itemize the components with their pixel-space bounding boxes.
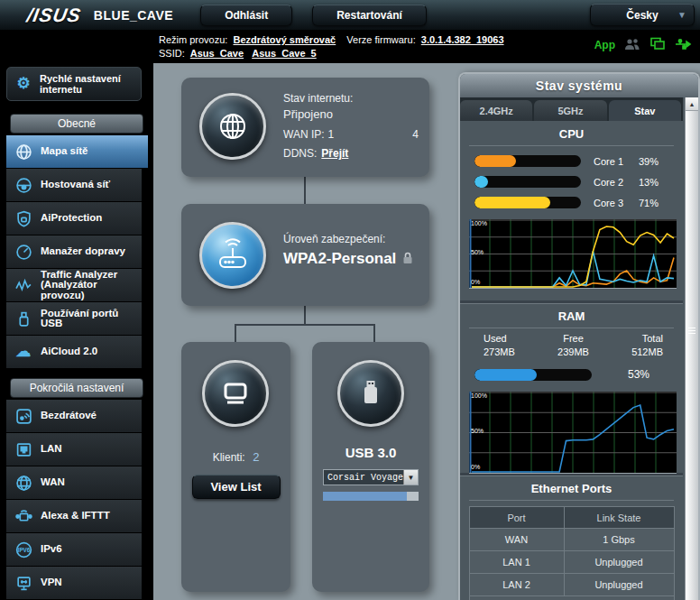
chevron-down-icon: ▼ [677, 10, 686, 20]
globe-icon [14, 473, 33, 493]
router-icon [213, 235, 253, 275]
sidebar-item-usb-application[interactable]: Používání portů USB [6, 302, 142, 336]
sidebar-item-label: Alexa & IFTTT [41, 511, 110, 522]
usb-usage-bar [323, 492, 419, 501]
clients-icon[interactable] [624, 38, 640, 52]
sidebar-item-aicloud[interactable]: ☁ AiCloud 2.0 [6, 336, 142, 369]
cpu-usage-graph: 100% 50% 0% [469, 219, 677, 290]
language-select[interactable]: Česky ▼ [590, 4, 695, 26]
usb-icon[interactable] [675, 38, 693, 52]
usb-device-select[interactable]: Corsair Voyage ▼ [323, 469, 419, 485]
panel-scrollbar[interactable]: ▲ [685, 97, 698, 600]
ram-percent: 53% [628, 368, 649, 381]
operation-mode-line: Režim provozu: Bezdrátový směrovač Verze… [159, 33, 507, 47]
core1-bar-fill [474, 155, 516, 167]
wireless-broadcast-icon [14, 406, 33, 426]
tab-5ghz[interactable]: 5GHz [534, 100, 606, 121]
sidebar-item-label: AiCloud 2.0 [41, 346, 97, 357]
usb-button[interactable] [337, 360, 404, 427]
ram-total-label: Total [603, 332, 663, 346]
ssid-5-link[interactable]: Asus_Cave_5 [252, 48, 317, 59]
security-level-card: Úroveň zabezpečení: WPA2-Personal [181, 204, 429, 306]
ram-usage-graph: 100% 50% 0% [469, 392, 677, 462]
security-level-label: Úroveň zabezpečení: [283, 233, 413, 245]
scrollbar-up-arrow[interactable]: ▲ [686, 97, 698, 111]
wan-ip-suffix: 4 [412, 128, 419, 141]
ssid-line: SSID: Asus_Cave Asus_Cave_5 [159, 47, 507, 60]
sidebar-item-label: VPN [41, 577, 62, 588]
sidebar-item-aiprotection[interactable]: AiProtection [6, 202, 142, 235]
logout-button[interactable]: Odhlásit [200, 5, 292, 26]
view-list-button[interactable]: View List [192, 475, 281, 499]
ram-used-label: Used [484, 332, 543, 346]
internet-globe-button[interactable] [199, 93, 266, 160]
ram-usage-row: 53% [474, 368, 683, 381]
sidebar-item-lan[interactable]: LAN [6, 433, 142, 466]
internet-status-card: Stav internetu: Připojeno WAN IP: 1 4 DD… [181, 78, 429, 177]
network-devices-icon[interactable] [649, 37, 666, 52]
shield-icon [14, 208, 33, 228]
sidebar-item-guest-network[interactable]: Hostovaná síť [6, 169, 142, 202]
core2-percent: 13% [639, 177, 659, 188]
ssid-24-link[interactable]: Asus_Cave [190, 48, 244, 59]
sidebar-item-vpn[interactable]: VPN [6, 567, 142, 600]
system-status-tabs: 2.4GHz 5GHz Stav [460, 97, 683, 121]
sidebar-item-wan[interactable]: WAN [6, 466, 142, 500]
mode-link[interactable]: Bezdrátový směrovač [233, 34, 336, 45]
clients-button[interactable] [202, 360, 269, 427]
cpu-core2-row: Core 2 13% [474, 176, 683, 188]
ram-used-value: 273MB [484, 346, 543, 359]
ssid-label: SSID: [159, 48, 185, 59]
firmware-label: Verze firmwaru: [346, 34, 415, 45]
ethernet-section-title: Ethernet Ports [460, 475, 683, 500]
sidebar-item-wireless[interactable]: Bezdrátové [6, 400, 142, 433]
asus-logo: /ISUS [25, 5, 83, 26]
ram-free-label: Free [543, 332, 603, 346]
sidebar-item-label: Traffic Analyzer (Analyzátor provozu) [41, 270, 142, 301]
cpu-core3-row: Core 3 71% [474, 197, 683, 208]
top-bar: /ISUS BLUE_CAVE Odhlásit Restartování Če… [0, 0, 700, 30]
core1-percent: 39% [639, 156, 659, 167]
usb-device-name: Corsair Voyage [324, 473, 403, 483]
cpu-core1-row: Core 1 39% [474, 155, 683, 167]
quick-internet-setup-button[interactable]: ⚙ Rychlé nastavení internetu [6, 67, 142, 101]
lan-port-icon [14, 439, 33, 459]
guest-network-icon [14, 175, 33, 195]
router-admin-screen: /ISUS BLUE_CAVE Odhlásit Restartování Če… [0, 0, 700, 600]
lock-icon [402, 252, 413, 267]
scrollbar-grip[interactable] [688, 328, 695, 336]
clients-card: Klienti: 2 View List [181, 342, 290, 592]
section-header-advanced: Pokročilá nastavení [10, 378, 143, 398]
gear-icon: ⚙ [14, 74, 33, 94]
sidebar-item-traffic-manager[interactable]: Manažer dopravy [6, 235, 142, 269]
divider [469, 500, 674, 501]
sidebar-item-label: Používání portů USB [41, 309, 142, 329]
divider [469, 328, 674, 328]
info-bar: Režim provozu: Bezdrátový směrovač Verze… [0, 30, 700, 63]
security-router-button[interactable] [199, 222, 266, 289]
sidebar-item-alexa-ifttt[interactable]: Alexa & IFTTT [6, 500, 142, 533]
sidebar-item-traffic-analyzer[interactable]: Traffic Analyzer (Analyzátor provozu) [6, 269, 142, 302]
core2-bar-fill [474, 176, 488, 188]
sidebar-item-network-map[interactable]: Mapa sítě [6, 135, 148, 169]
firmware-link[interactable]: 3.0.1.4.382_19063 [421, 34, 504, 45]
usb-port-title: USB 3.0 [312, 445, 429, 460]
ram-section-title: RAM [460, 303, 683, 328]
sidebar-item-label: Hostovaná síť [41, 180, 110, 190]
sidebar-item-ipv6[interactable]: IPV6 IPv6 [6, 533, 142, 567]
ram-graph-ylabel-100: 100% [471, 392, 487, 399]
language-label: Česky [626, 9, 658, 22]
reboot-button[interactable]: Restartování [312, 5, 427, 26]
tab-status[interactable]: Stav [609, 100, 681, 121]
ram-graph-ylabel-0: 0% [471, 464, 480, 470]
table-header-row: Port Link State [469, 507, 674, 529]
ddns-go-link[interactable]: Přejít [321, 147, 348, 160]
sidebar: ⚙ Rychlé nastavení internetu Obecné Mapa… [0, 63, 153, 600]
connector-usb [373, 324, 375, 342]
app-link[interactable]: App [594, 39, 615, 51]
ipv6-badge-icon: IPV6 [14, 540, 33, 559]
usb-card: USB 3.0 Corsair Voyage ▼ [312, 342, 429, 592]
link-state-cell: 1 Gbps [564, 529, 674, 551]
tab-24ghz[interactable]: 2.4GHz [460, 100, 532, 121]
vpn-monitor-icon [14, 573, 33, 593]
